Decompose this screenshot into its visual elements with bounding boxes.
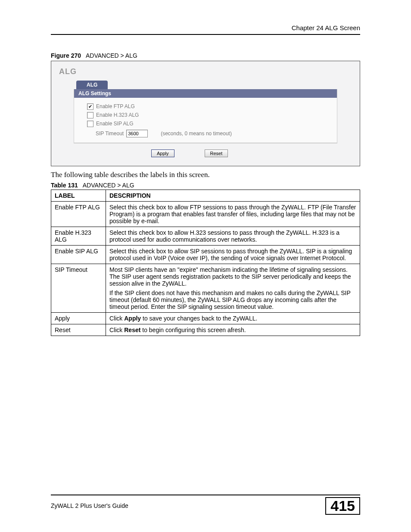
figure-caption: Figure 270 ADVANCED > ALG: [51, 52, 360, 59]
enable-ftp-label: Enable FTP ALG: [96, 103, 135, 109]
intro-text: The following table describes the labels…: [51, 171, 360, 179]
th-label: LABEL: [51, 190, 106, 202]
enable-ftp-checkbox[interactable]: [87, 103, 93, 110]
th-description: DESCRIPTION: [106, 190, 360, 202]
alg-settings-header: ALG Settings: [74, 89, 337, 98]
table-row: Enable FTP ALG Select this check box to …: [51, 202, 360, 227]
page-number: 415: [325, 497, 360, 515]
table-row: Reset Click Reset to begin configuring t…: [51, 324, 360, 336]
row-label: Apply: [51, 313, 106, 324]
row-desc: Select this check box to allow SIP sessi…: [106, 246, 360, 264]
page-footer: ZyWALL 2 Plus User's Guide 415: [51, 495, 360, 515]
apply-button[interactable]: Apply: [151, 149, 174, 157]
row-desc: Select this check box to allow H.323 ses…: [106, 227, 360, 246]
chapter-header: Chapter 24 ALG Screen: [51, 24, 360, 35]
table-row: Enable H.323 ALG Select this check box t…: [51, 227, 360, 246]
figure-label: Figure 270: [51, 52, 81, 59]
alg-settings-panel: ALG Settings Enable FTP ALG Enable H.323…: [74, 89, 337, 143]
row-desc: Most SIP clients have an "expire" mechan…: [106, 264, 360, 313]
row-label: Enable H.323 ALG: [51, 227, 106, 246]
tab-strip: ALG: [76, 81, 355, 89]
reset-button[interactable]: Reset: [205, 149, 228, 157]
row-desc: Click Reset to begin configuring this sc…: [106, 324, 360, 336]
enable-h323-checkbox[interactable]: [87, 112, 93, 118]
row-desc-p2: If the SIP client does not have this mec…: [109, 289, 356, 310]
sip-timeout-label: SIP Timeout: [96, 131, 124, 137]
table-label: Table 131: [51, 182, 78, 189]
row-label: Enable SIP ALG: [51, 246, 106, 264]
tab-alg[interactable]: ALG: [76, 81, 108, 89]
sip-timeout-hint: (seconds, 0 means no timeout): [161, 131, 232, 137]
table-header-row: LABEL DESCRIPTION: [51, 190, 360, 202]
panel-title: ALG: [59, 67, 355, 76]
row-label: Enable FTP ALG: [51, 202, 106, 227]
table-row: SIP Timeout Most SIP clients have an "ex…: [51, 264, 360, 313]
row-desc-p1: Most SIP clients have an "expire" mechan…: [109, 266, 356, 287]
row-label: Reset: [51, 324, 106, 336]
enable-h323-label: Enable H.323 ALG: [96, 112, 139, 118]
table-row: Apply Click Apply to save your changes b…: [51, 313, 360, 324]
figure-title: ADVANCED > ALG: [86, 52, 137, 59]
table-title: ADVANCED > ALG: [83, 182, 134, 189]
sip-timeout-input[interactable]: [126, 130, 148, 137]
row-desc: Click Apply to save your changes back to…: [106, 313, 360, 324]
description-table: LABEL DESCRIPTION Enable FTP ALG Select …: [51, 190, 360, 336]
table-caption: Table 131 ADVANCED > ALG: [51, 182, 360, 189]
alg-panel: ALG ALG ALG Settings Enable FTP ALG Enab…: [51, 61, 360, 166]
footer-guide-title: ZyWALL 2 Plus User's Guide: [51, 502, 128, 509]
row-label: SIP Timeout: [51, 264, 106, 313]
row-desc: Select this check box to allow FTP sessi…: [106, 202, 360, 227]
enable-sip-label: Enable SIP ALG: [96, 121, 134, 127]
table-row: Enable SIP ALG Select this check box to …: [51, 246, 360, 264]
enable-sip-checkbox[interactable]: [87, 121, 93, 127]
